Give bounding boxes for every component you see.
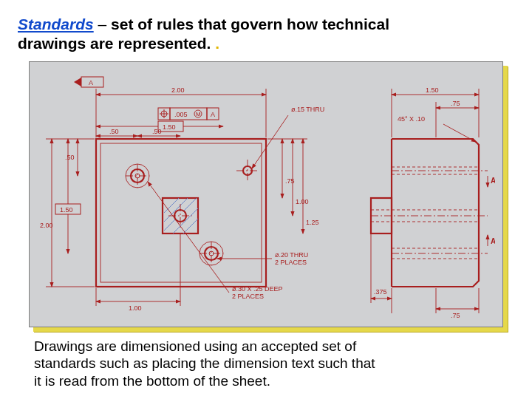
- gdt-value: .005: [174, 111, 188, 118]
- note-hole20-2: 2 PLACES: [275, 259, 307, 266]
- heading-dash: –: [94, 16, 111, 33]
- section-a-2: A: [491, 237, 495, 245]
- caption: Drawings are dimensioned using an accept…: [18, 338, 514, 390]
- note-cbore-2: 2 PLACES: [232, 293, 264, 300]
- technical-drawing: A .005 M A 2.00 1.50: [37, 72, 495, 318]
- caption-l3: it is read from the bottom of the sheet.: [34, 373, 270, 389]
- gdt-ref: A: [211, 111, 215, 118]
- heading-rest1: set of rules that govern how technical: [111, 16, 389, 33]
- dim-1-50-left: 1.50: [60, 206, 73, 214]
- side-75b: .75: [451, 312, 460, 318]
- dim-1-00b: 1.00: [129, 304, 142, 312]
- datum-label: A: [89, 79, 93, 86]
- note-cbore-1: ø.30 X .25 DEEP: [232, 285, 283, 293]
- note-hole15: ø.15 THRU: [291, 106, 324, 113]
- heading-term: Standards: [18, 16, 94, 33]
- drawing-frame: A .005 M A 2.00 1.50: [29, 61, 503, 327]
- dim-50b: .50: [152, 128, 162, 135]
- caption-l1: Drawings are dimensioned using an accept…: [34, 338, 356, 354]
- heading-period: .: [211, 35, 219, 52]
- heading-rest2: drawings are represented.: [18, 35, 211, 52]
- dim-2-00: 2.00: [171, 86, 185, 94]
- gdt-mod: M: [196, 111, 201, 117]
- dim-50c: .50: [65, 154, 75, 161]
- svg-line-54: [252, 115, 288, 168]
- chamfer-note: 45° X .10: [398, 115, 425, 123]
- side-75: .75: [451, 100, 460, 107]
- dim-1-25r: 1.25: [306, 219, 319, 226]
- dim-50a: .50: [109, 128, 119, 135]
- gdt-frame: .005 M A: [158, 108, 219, 120]
- dim-2-00v: 2.00: [40, 222, 53, 229]
- side-1-50: 1.50: [426, 86, 439, 94]
- section-a-1: A: [491, 177, 495, 185]
- side-375: .375: [374, 288, 387, 296]
- dim-1-50-basic: 1.50: [163, 123, 176, 131]
- note-hole20-1: ø.20 THRU: [275, 251, 308, 259]
- figure: A .005 M A 2.00 1.50: [29, 61, 503, 327]
- dim-1-00r: 1.00: [296, 198, 309, 205]
- dim-75r: .75: [285, 177, 295, 185]
- caption-l2: standards such as placing the dimension …: [34, 355, 375, 371]
- heading: Standards – set of rules that govern how…: [18, 15, 514, 54]
